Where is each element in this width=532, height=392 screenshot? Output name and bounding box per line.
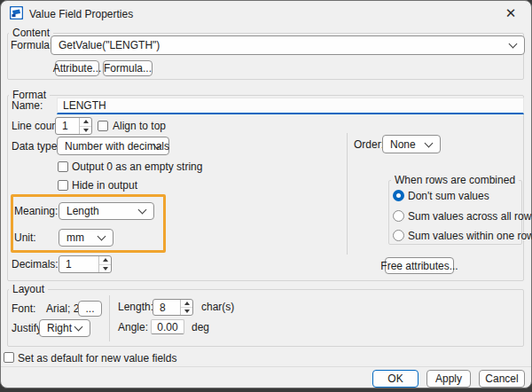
combine-group-label: When rows are combined	[391, 174, 519, 186]
content-group-label: Content	[9, 27, 53, 39]
close-icon[interactable]: ✕	[498, 4, 523, 23]
hide-in-output-label: Hide in output	[72, 179, 137, 192]
align-to-top-checkbox[interactable]	[98, 121, 108, 131]
layout-group-label: Layout	[9, 283, 48, 295]
length-spin-down[interactable]	[181, 308, 192, 315]
line-count-label: Line count	[12, 120, 60, 132]
formula-value: GetValue("LENGTH")	[59, 39, 160, 51]
order-combobox[interactable]: None	[382, 135, 441, 153]
angle-input[interactable]: 0.00	[151, 319, 184, 334]
output-zero-label: Output 0 as an empty string	[72, 161, 202, 173]
justify-combobox[interactable]: Right	[39, 319, 90, 337]
radio-sum-within-row-label: Sum values within one row	[408, 230, 532, 242]
layout-group	[7, 289, 524, 347]
decimals-label: Decimals:	[12, 258, 59, 270]
radio-dont-sum-values[interactable]	[393, 190, 404, 201]
name-label: Name:	[12, 99, 43, 112]
unit-label: Unit:	[14, 231, 36, 244]
radio-dont-sum-values-label: Don't sum values	[408, 190, 489, 202]
radio-sum-across-rows[interactable]	[393, 210, 404, 222]
screen: Value Field Properties ✕ Content Formula…	[0, 0, 532, 392]
length-label: Length:	[118, 301, 153, 313]
dialog-title: Value Field Properties	[29, 8, 133, 20]
meaning-label: Meaning:	[14, 205, 58, 217]
decimals-spin-down[interactable]	[99, 265, 111, 273]
line-count-stepper[interactable]: 1	[55, 117, 92, 135]
layout-divider	[109, 295, 110, 341]
chevron-down-icon	[425, 138, 434, 147]
line-count-value: 1	[56, 118, 79, 134]
decimals-stepper[interactable]: 1	[59, 255, 112, 273]
cancel-button[interactable]: Cancel	[479, 370, 525, 388]
hide-in-output-checkbox[interactable]	[58, 180, 68, 191]
justify-value: Right	[47, 322, 72, 334]
unit-value: mm	[66, 231, 84, 244]
data-type-label: Data type:	[12, 140, 60, 153]
chevron-down-icon	[138, 206, 147, 215]
angle-suffix: deg	[192, 321, 209, 333]
ok-button[interactable]: OK	[372, 370, 419, 388]
line-count-spin-down[interactable]	[80, 127, 91, 135]
free-attributes-button[interactable]: Free attributes...	[385, 257, 454, 274]
attribute-button[interactable]: Attribute...	[55, 60, 99, 76]
length-spin-up[interactable]	[181, 300, 192, 308]
chevron-down-icon	[74, 323, 83, 332]
value-field-icon	[10, 6, 23, 20]
formula-button[interactable]: Formula...	[103, 60, 153, 76]
radio-sum-within-row[interactable]	[393, 230, 404, 241]
output-zero-checkbox[interactable]	[58, 161, 68, 172]
font-label: Font:	[12, 302, 35, 315]
meaning-combobox[interactable]: Length	[59, 202, 154, 220]
line-count-spin-up[interactable]	[80, 118, 91, 127]
format-divider	[347, 133, 348, 255]
angle-label: Angle:	[118, 321, 148, 333]
length-stepper[interactable]: 8	[153, 299, 193, 316]
set-default-label: Set as default for new value fields	[18, 352, 176, 365]
order-label: Order:	[354, 138, 384, 151]
decimals-value: 1	[59, 256, 98, 272]
length-suffix: char(s)	[201, 301, 234, 313]
radio-sum-across-rows-label: Sum values across all rows	[408, 210, 532, 223]
decimals-spin-up[interactable]	[99, 256, 111, 265]
font-browse-button[interactable]: ...	[78, 301, 102, 317]
angle-value: 0.00	[157, 321, 177, 333]
set-default-checkbox[interactable]	[4, 352, 14, 363]
meaning-value: Length	[66, 205, 99, 217]
formula-combobox[interactable]: GetValue("LENGTH")	[51, 35, 525, 55]
name-input[interactable]: LENGTH	[57, 98, 524, 114]
formula-label: Formula:	[11, 39, 52, 51]
chevron-down-icon	[98, 232, 106, 241]
align-to-top-label: Align to top	[113, 120, 166, 132]
data-type-combobox[interactable]: Number with decimals	[57, 137, 169, 155]
name-value: LENGTH	[63, 99, 106, 112]
chevron-down-icon	[509, 40, 518, 49]
footer-divider	[1, 366, 531, 367]
length-value: 8	[153, 300, 180, 315]
order-value: None	[390, 138, 416, 151]
apply-button[interactable]: Apply	[426, 370, 471, 388]
font-value: Arial; 2	[46, 302, 79, 315]
unit-combobox[interactable]: mm	[59, 229, 113, 247]
